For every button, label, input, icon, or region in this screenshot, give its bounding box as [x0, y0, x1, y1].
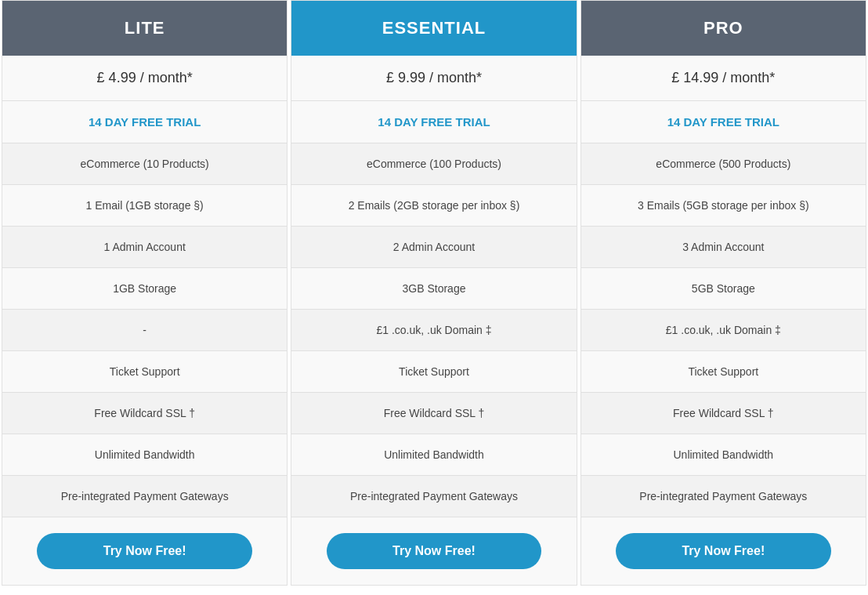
try-now-button-pro[interactable]: Try Now Free!	[616, 533, 831, 569]
plan-lite: LITE£ 4.99 / month*14 DAY FREE TRIALeCom…	[2, 0, 288, 586]
try-now-button-essential[interactable]: Try Now Free!	[327, 533, 542, 569]
plan-btn-row-essential: Try Now Free!	[291, 517, 576, 585]
plan-feature-lite-3: 1GB Storage	[2, 268, 287, 310]
plan-feature-essential-2: 2 Admin Account	[291, 227, 576, 268]
plan-feature-essential-7: Unlimited Bandwidth	[291, 434, 576, 476]
plan-trial-essential[interactable]: 14 DAY FREE TRIAL	[291, 101, 576, 143]
plan-header-pro: PRO	[581, 1, 866, 56]
plan-price-essential: £ 9.99 / month*	[291, 56, 576, 101]
plan-feature-pro-4: £1 .co.uk, .uk Domain ‡	[581, 310, 866, 351]
plan-feature-essential-4: £1 .co.uk, .uk Domain ‡	[291, 310, 576, 351]
plan-price-pro: £ 14.99 / month*	[581, 56, 866, 101]
plan-feature-pro-0: eCommerce (500 Products)	[581, 143, 866, 185]
plan-feature-lite-6: Free Wildcard SSL †	[2, 393, 287, 434]
plan-feature-pro-7: Unlimited Bandwidth	[581, 434, 866, 476]
plan-feature-essential-5: Ticket Support	[291, 351, 576, 393]
plan-price-lite: £ 4.99 / month*	[2, 56, 287, 101]
plan-feature-essential-6: Free Wildcard SSL †	[291, 393, 576, 434]
plan-feature-lite-4: -	[2, 310, 287, 351]
plan-feature-lite-0: eCommerce (10 Products)	[2, 143, 287, 185]
plan-feature-essential-8: Pre-integrated Payment Gateways	[291, 476, 576, 517]
plan-header-essential: ESSENTIAL	[291, 1, 576, 56]
plan-feature-lite-5: Ticket Support	[2, 351, 287, 393]
plan-btn-row-lite: Try Now Free!	[2, 517, 287, 585]
plan-feature-pro-3: 5GB Storage	[581, 268, 866, 310]
pricing-table: LITE£ 4.99 / month*14 DAY FREE TRIALeCom…	[0, 0, 868, 595]
plan-feature-lite-7: Unlimited Bandwidth	[2, 434, 287, 476]
plan-header-lite: LITE	[2, 1, 287, 56]
plan-feature-lite-1: 1 Email (1GB storage §)	[2, 185, 287, 227]
plan-feature-pro-1: 3 Emails (5GB storage per inbox §)	[581, 185, 866, 227]
plan-feature-essential-1: 2 Emails (2GB storage per inbox §)	[291, 185, 576, 227]
plan-essential: ESSENTIAL£ 9.99 / month*14 DAY FREE TRIA…	[291, 0, 577, 586]
plan-feature-essential-0: eCommerce (100 Products)	[291, 143, 576, 185]
plan-feature-pro-2: 3 Admin Account	[581, 227, 866, 268]
plan-feature-pro-5: Ticket Support	[581, 351, 866, 393]
plan-feature-essential-3: 3GB Storage	[291, 268, 576, 310]
try-now-button-lite[interactable]: Try Now Free!	[37, 533, 252, 569]
plan-feature-lite-2: 1 Admin Account	[2, 227, 287, 268]
plan-trial-pro[interactable]: 14 DAY FREE TRIAL	[581, 101, 866, 143]
plan-feature-pro-6: Free Wildcard SSL †	[581, 393, 866, 434]
plan-trial-lite[interactable]: 14 DAY FREE TRIAL	[2, 101, 287, 143]
plan-feature-lite-8: Pre-integrated Payment Gateways	[2, 476, 287, 517]
plan-pro: PRO£ 14.99 / month*14 DAY FREE TRIALeCom…	[580, 0, 866, 586]
plan-btn-row-pro: Try Now Free!	[581, 517, 866, 585]
plan-feature-pro-8: Pre-integrated Payment Gateways	[581, 476, 866, 517]
